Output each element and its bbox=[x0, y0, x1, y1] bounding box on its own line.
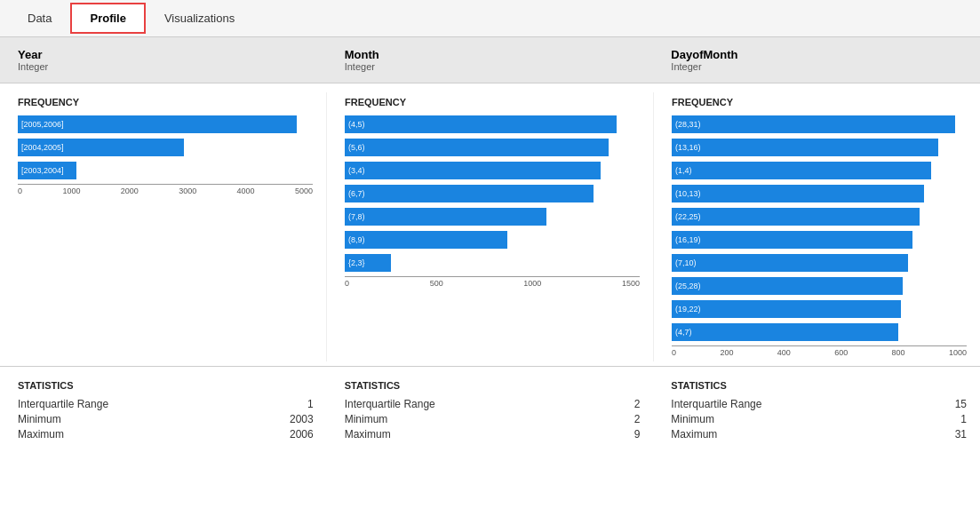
stats-row: Minimum2003 bbox=[18, 413, 314, 425]
col-type-year: Integer bbox=[18, 61, 309, 72]
bar-label: (22,25) bbox=[672, 212, 701, 221]
bar-label: [2005,2006] bbox=[18, 120, 64, 129]
bar-row: (10,13) bbox=[672, 184, 967, 203]
stats-row: Interquartile Range1 bbox=[18, 398, 314, 410]
bar-row: (5,6) bbox=[345, 138, 640, 157]
bar-row: [2003,2004] bbox=[18, 161, 313, 180]
bar-label: (25,28) bbox=[672, 282, 701, 290]
stats-label: Minimum bbox=[18, 413, 61, 425]
bar-row: (6,7) bbox=[345, 184, 640, 203]
bar-label: (13,16) bbox=[672, 143, 701, 152]
stats-row: Maximum9 bbox=[345, 428, 641, 441]
stats-value: 2003 bbox=[290, 413, 314, 425]
bar-row: (16,19) bbox=[672, 230, 967, 250]
chart-title-dayofmonth: FREQUENCY bbox=[672, 97, 967, 107]
stats-title-month: STATISTICS bbox=[345, 380, 641, 391]
stats-panel-dayofmonth: STATISTICS Interquartile Range15Minimum1… bbox=[653, 376, 980, 448]
bar-label: (10,13) bbox=[672, 189, 701, 198]
tab-data[interactable]: Data bbox=[9, 4, 70, 33]
stats-label: Interquartile Range bbox=[671, 398, 761, 410]
stats-row: Minimum1 bbox=[671, 413, 967, 425]
bar-row: [2004,2005] bbox=[18, 138, 313, 157]
stats-label: Maximum bbox=[345, 428, 391, 441]
bar-label: (4,7) bbox=[672, 328, 692, 337]
bar-label: (3,4) bbox=[345, 166, 365, 175]
xaxis-label: 3000 bbox=[179, 187, 196, 195]
xaxis-label: 200 bbox=[720, 348, 733, 357]
stats-value: 2 bbox=[634, 413, 641, 425]
bar-chart-month: (4,5)(5,6)(3,4)(6,7)(7,8)(8,9){2,3} bbox=[345, 115, 640, 273]
stats-value: 2006 bbox=[290, 428, 314, 441]
xaxis-label: 4000 bbox=[237, 187, 255, 195]
bar-chart-dayofmonth: (28,31)(13,16)(1,4)(10,13)(22,25)(16,19)… bbox=[672, 115, 967, 342]
bar-label: (7,10) bbox=[672, 258, 697, 267]
chart-panel-year: FREQUENCY [2005,2006][2004,2005][2003,20… bbox=[0, 92, 327, 361]
chart-panel-dayofmonth: FREQUENCY (28,31)(13,16)(1,4)(10,13)(22,… bbox=[654, 92, 980, 361]
bar-row: (3,4) bbox=[345, 161, 640, 180]
bar-label: (1,4) bbox=[672, 166, 692, 175]
column-headers: Year Integer Month Integer DayofMonth In… bbox=[0, 37, 980, 83]
bar-row: (13,16) bbox=[672, 138, 967, 157]
charts-section: FREQUENCY [2005,2006][2004,2005][2003,20… bbox=[0, 83, 980, 367]
stats-label: Interquartile Range bbox=[345, 398, 435, 410]
stats-row: Maximum31 bbox=[671, 428, 967, 441]
col-header-year: Year Integer bbox=[0, 44, 327, 75]
stats-value: 15 bbox=[955, 398, 967, 410]
tab-visualizations[interactable]: Visualizations bbox=[146, 4, 253, 33]
bar-row: (1,4) bbox=[672, 161, 967, 180]
stats-title-dayofmonth: STATISTICS bbox=[671, 380, 967, 391]
stats-label: Maximum bbox=[671, 428, 717, 441]
xaxis-label: 400 bbox=[777, 348, 791, 357]
stats-label: Interquartile Range bbox=[18, 398, 108, 410]
col-type-dayofmonth: Integer bbox=[671, 61, 962, 72]
bar-row: (25,28) bbox=[672, 276, 967, 296]
chart-panel-month: FREQUENCY (4,5)(5,6)(3,4)(6,7)(7,8)(8,9)… bbox=[327, 92, 654, 361]
bar-label: {2,3} bbox=[345, 258, 365, 267]
tab-bar: Data Profile Visualizations bbox=[0, 0, 980, 37]
xaxis-label: 800 bbox=[892, 348, 905, 357]
xaxis-label: 2000 bbox=[121, 187, 139, 195]
bar-row: [2005,2006] bbox=[18, 115, 313, 134]
bar-label: (16,19) bbox=[672, 235, 701, 244]
bar-row: (7,8) bbox=[345, 207, 640, 226]
xaxis-label: 0 bbox=[672, 348, 676, 357]
col-name-year: Year bbox=[18, 48, 309, 61]
xaxis-label: 0 bbox=[345, 279, 349, 288]
bar-row: (4,5) bbox=[345, 115, 640, 134]
xaxis-label: 0 bbox=[18, 187, 22, 195]
xaxis-label: 500 bbox=[430, 279, 443, 288]
bar-label: (19,22) bbox=[672, 305, 701, 314]
stats-row: Maximum2006 bbox=[18, 428, 314, 441]
xaxis-label: 5000 bbox=[295, 187, 313, 195]
tab-profile[interactable]: Profile bbox=[70, 3, 145, 34]
col-name-dayofmonth: DayofMonth bbox=[671, 48, 962, 61]
bar-label: (5,6) bbox=[345, 143, 365, 152]
stats-value: 31 bbox=[955, 428, 967, 441]
xaxis-label: 1000 bbox=[949, 348, 967, 357]
bar-label: (28,31) bbox=[672, 120, 701, 129]
bar-row: (19,22) bbox=[672, 299, 967, 319]
stats-label: Minimum bbox=[671, 413, 714, 425]
col-header-dayofmonth: DayofMonth Integer bbox=[653, 44, 980, 75]
bar-label: (6,7) bbox=[345, 189, 365, 198]
stats-label: Minimum bbox=[345, 413, 388, 425]
stats-row: Minimum2 bbox=[345, 413, 641, 425]
bar-row: (28,31) bbox=[672, 115, 967, 134]
stats-value: 9 bbox=[634, 428, 641, 441]
stats-value: 1 bbox=[307, 398, 314, 410]
xaxis-label: 1000 bbox=[523, 279, 541, 288]
bar-row: (22,25) bbox=[672, 207, 967, 226]
xaxis-year: 010002000300040005000 bbox=[18, 184, 313, 195]
stats-title-year: STATISTICS bbox=[18, 380, 314, 391]
stats-panel-month: STATISTICS Interquartile Range2Minimum2M… bbox=[327, 376, 654, 448]
col-name-month: Month bbox=[345, 48, 636, 61]
col-header-month: Month Integer bbox=[327, 44, 654, 75]
stats-label: Maximum bbox=[18, 428, 64, 441]
xaxis-month: 050010001500 bbox=[345, 276, 640, 288]
stats-value: 2 bbox=[634, 398, 641, 410]
bar-label: [2003,2004] bbox=[18, 166, 64, 175]
xaxis-label: 600 bbox=[834, 348, 848, 357]
bar-row: {2,3} bbox=[345, 253, 640, 273]
bar-label: (4,5) bbox=[345, 120, 365, 129]
chart-title-year: FREQUENCY bbox=[18, 97, 313, 107]
